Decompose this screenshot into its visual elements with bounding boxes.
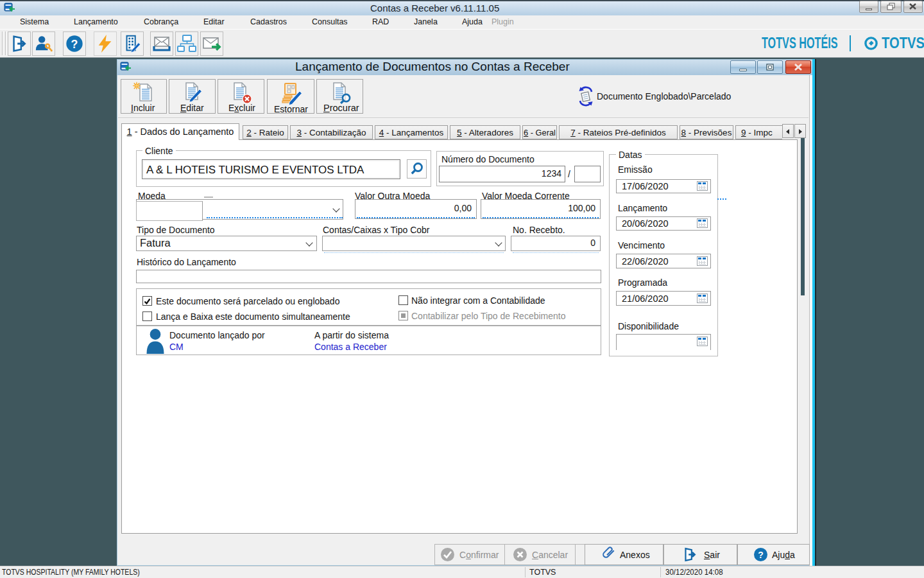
svg-text:?: ? — [71, 38, 78, 51]
svg-text:?: ? — [758, 550, 764, 560]
